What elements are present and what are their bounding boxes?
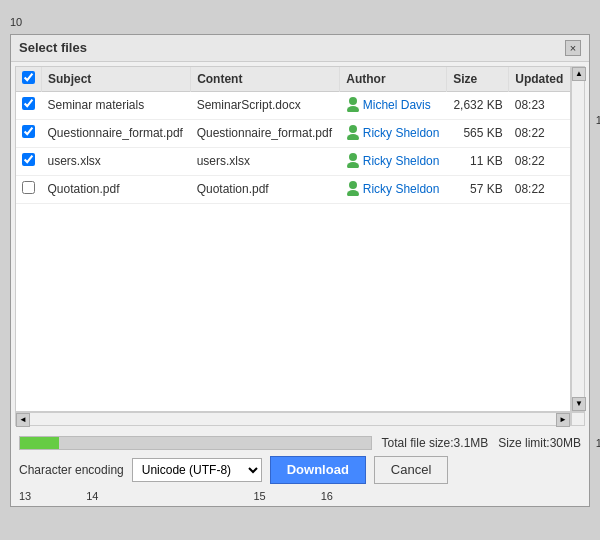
encoding-label: Character encoding [19,463,124,477]
cell-updated-2: 08:22 [509,147,570,175]
svg-point-3 [347,134,359,140]
cell-author-3[interactable]: Ricky Sheldon [340,175,447,203]
close-button[interactable]: × [565,40,581,56]
cell-content-0: SeminarScript.docx [191,91,340,119]
svg-point-5 [347,162,359,168]
author-link-1[interactable]: Ricky Sheldon [346,124,441,143]
row-checkbox-2[interactable] [22,153,35,166]
svg-point-6 [349,181,357,189]
cell-subject-2: users.xlsx [42,147,191,175]
user-icon-0 [346,96,360,115]
label-14: 14 [86,490,98,502]
label-15: 15 [254,490,266,502]
table-inner: Subject Content Author Size Updated Semi… [15,66,571,412]
scroll-down-arrow[interactable]: ▼ [572,397,586,411]
select-all-checkbox[interactable] [22,71,35,84]
bottom-bar: Total file size:3.1MB Size limit:30MB Ch… [11,430,589,490]
label-10: 10 [10,16,22,28]
label-12: 12 [596,437,600,449]
col-header-check [16,67,42,92]
table-row: Seminar materialsSeminarScript.docx Mich… [16,91,570,119]
col-header-content: Content [191,67,340,92]
cell-size-0: 2,632 KB [447,91,509,119]
cancel-button[interactable]: Cancel [374,456,448,484]
svg-point-7 [347,190,359,196]
vertical-scrollbar[interactable]: ▲ ▼ [571,66,585,412]
total-file-size: Total file size:3.1MB [382,436,489,450]
size-limit: Size limit:30MB [498,436,581,450]
user-icon-1 [346,124,360,143]
cell-size-1: 565 KB [447,119,509,147]
user-icon-3 [346,180,360,199]
controls-row: Character encoding Unicode (UTF-8)Shift-… [19,456,581,484]
cell-subject-0: Seminar materials [42,91,191,119]
cell-author-0[interactable]: Michel Davis [340,91,447,119]
table-row: Quotation.pdfQuotation.pdf Ricky Sheldon… [16,175,570,203]
dialog-title: Select files [19,40,87,55]
cell-updated-1: 08:22 [509,119,570,147]
scroll-track-v [572,81,584,397]
user-icon-2 [346,152,360,171]
scroll-up-arrow[interactable]: ▲ [572,67,586,81]
horizontal-scrollbar[interactable]: ◄ ► [15,412,571,426]
svg-point-2 [349,125,357,133]
cell-content-2: users.xlsx [191,147,340,175]
row-checkbox-3[interactable] [22,181,35,194]
col-header-subject: Subject [42,67,191,92]
download-button[interactable]: Download [270,456,366,484]
scrollbar-corner [571,412,585,426]
file-table: Subject Content Author Size Updated Semi… [16,67,570,204]
table-row: users.xlsxusers.xlsx Ricky Sheldon11 KB0… [16,147,570,175]
progress-fill [20,437,59,449]
col-header-size: Size [447,67,509,92]
label-16: 16 [321,490,333,502]
cell-content-1: Questionnaire_format.pdf [191,119,340,147]
author-link-2[interactable]: Ricky Sheldon [346,152,441,171]
label-13: 13 [19,490,31,502]
cell-size-2: 11 KB [447,147,509,175]
table-row: Questionnaire_format.pdfQuestionnaire_fo… [16,119,570,147]
svg-point-4 [349,153,357,161]
svg-point-0 [349,97,357,105]
encoding-select[interactable]: Unicode (UTF-8)Shift-JISEUC-JPISO-8859-1 [132,458,262,482]
scroll-left-arrow[interactable]: ◄ [16,413,30,427]
cell-updated-3: 08:22 [509,175,570,203]
cell-author-1[interactable]: Ricky Sheldon [340,119,447,147]
table-wrapper: Subject Content Author Size Updated Semi… [15,66,585,426]
scroll-track-h [30,413,556,425]
author-link-0[interactable]: Michel Davis [346,96,441,115]
progress-row: Total file size:3.1MB Size limit:30MB [19,436,581,450]
progress-bar-container [19,436,372,450]
label-11: 11 [596,114,600,126]
dialog-title-bar: Select files × [11,35,589,62]
row-checkbox-1[interactable] [22,125,35,138]
bottom-number-labels: 13 14 15 16 [11,490,589,506]
cell-content-3: Quotation.pdf [191,175,340,203]
author-link-3[interactable]: Ricky Sheldon [346,180,441,199]
svg-point-1 [347,106,359,112]
row-checkbox-0[interactable] [22,97,35,110]
col-header-author: Author [340,67,447,92]
select-files-dialog: Select files × Subject Content Author [10,34,590,507]
cell-author-2[interactable]: Ricky Sheldon [340,147,447,175]
col-header-updated: Updated [509,67,570,92]
cell-subject-3: Quotation.pdf [42,175,191,203]
cell-size-3: 57 KB [447,175,509,203]
scroll-right-arrow[interactable]: ► [556,413,570,427]
cell-updated-0: 08:23 [509,91,570,119]
cell-subject-1: Questionnaire_format.pdf [42,119,191,147]
